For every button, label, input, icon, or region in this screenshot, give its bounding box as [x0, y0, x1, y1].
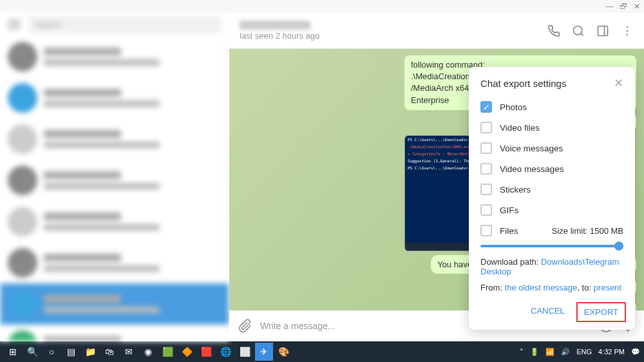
window-titlebar: — 🗗 ✕	[0, 0, 644, 13]
checkbox-icon	[480, 225, 492, 236]
checkbox-icon	[480, 163, 492, 175]
start-icon[interactable]: ⊞	[4, 343, 22, 361]
export-settings-modal: Chat export settings ✕ ✓Photos Video fil…	[469, 67, 635, 330]
size-limit-label: Size limit: 1500 MB	[552, 226, 623, 236]
telegram-icon[interactable]: ✈	[255, 343, 273, 361]
checkbox-files[interactable]: Files Size limit: 1500 MB	[469, 220, 635, 241]
minimize-icon[interactable]: —	[605, 2, 613, 11]
from-link[interactable]: the oldest message	[505, 283, 578, 292]
taskview-icon[interactable]: ▤	[62, 343, 80, 361]
checkbox-icon	[480, 142, 492, 154]
chat-list-item[interactable]	[0, 77, 229, 119]
svg-point-5	[627, 33, 629, 35]
attachment-icon[interactable]	[238, 319, 252, 333]
download-path-row: Download path: Downloads\Telegram Deskto…	[469, 254, 635, 280]
more-icon[interactable]	[621, 24, 634, 37]
checkbox-stickers[interactable]: Stickers	[469, 179, 635, 200]
checkbox-icon: ✓	[480, 101, 492, 113]
svg-point-3	[627, 26, 629, 28]
tray-chevron-icon[interactable]: ˄	[520, 348, 524, 356]
chat-list	[0, 36, 229, 341]
store-icon[interactable]: 🛍	[100, 343, 118, 361]
checkbox-gifs[interactable]: GIFs	[469, 200, 635, 220]
cortana-icon[interactable]: ○	[43, 343, 61, 361]
chat-header: last seen 2 hours ago	[229, 13, 644, 49]
app-icon[interactable]: 🟥	[197, 343, 215, 361]
chat-list-item[interactable]	[0, 36, 229, 77]
cancel-button[interactable]: CANCEL	[524, 302, 571, 322]
checkbox-photos[interactable]: ✓Photos	[469, 97, 635, 117]
close-icon[interactable]: ✕	[614, 76, 623, 90]
battery-icon[interactable]: 🔋	[530, 348, 539, 356]
wifi-icon[interactable]: 📶	[545, 348, 554, 356]
slider-thumb[interactable]	[614, 242, 623, 251]
paint-icon[interactable]: 🎨	[274, 343, 292, 361]
chat-title	[240, 21, 310, 30]
language-indicator[interactable]: ENG	[576, 348, 592, 356]
call-icon[interactable]	[547, 24, 560, 37]
chat-status: last seen 2 hours ago	[240, 31, 319, 41]
export-button[interactable]: EXPORT	[576, 302, 626, 322]
sidebar: Search	[0, 13, 229, 341]
date-range-row: From: the oldest message, to: present	[469, 280, 635, 296]
checkbox-icon	[480, 122, 492, 133]
sidebar-toggle-icon[interactable]	[596, 24, 609, 37]
chat-list-item[interactable]	[0, 160, 229, 201]
app-icon[interactable]: 🟩	[158, 343, 176, 361]
maximize-icon[interactable]: 🗗	[620, 2, 627, 11]
search-taskbar-icon[interactable]: 🔍	[23, 343, 41, 361]
chat-list-item[interactable]	[0, 119, 229, 160]
checkbox-video-files[interactable]: Video files	[469, 117, 635, 138]
chat-list-item[interactable]	[0, 201, 229, 242]
app-icon[interactable]: 🔶	[178, 343, 196, 361]
to-link[interactable]: present	[594, 283, 621, 292]
window-close-icon[interactable]: ✕	[634, 2, 640, 11]
checkbox-icon	[480, 204, 492, 216]
svg-point-4	[627, 30, 629, 32]
checkbox-video-messages[interactable]: Video messages	[469, 158, 635, 179]
mail-icon[interactable]: ✉	[120, 343, 138, 361]
volume-icon[interactable]: 🔊	[561, 348, 570, 356]
search-icon[interactable]	[572, 24, 585, 37]
chat-list-item[interactable]	[0, 283, 229, 325]
windows-taskbar: ⊞ 🔍 ○ ▤ 📁 🛍 ✉ ◉ 🟩 🔶 🟥 🌐 ⬜ ✈ 🎨 ˄ 🔋 📶 🔊 EN…	[0, 341, 644, 362]
chat-list-item[interactable]	[0, 242, 229, 283]
svg-rect-1	[598, 26, 608, 35]
chrome-icon[interactable]: ◉	[139, 343, 157, 361]
edge-icon[interactable]: 🌐	[216, 343, 234, 361]
search-input[interactable]: Search	[28, 15, 221, 33]
checkbox-voice-messages[interactable]: Voice messages	[469, 138, 635, 158]
chat-list-item[interactable]	[0, 325, 229, 341]
app-icon[interactable]: ⬜	[236, 343, 254, 361]
chat-panel: last seen 2 hours ago following command:…	[229, 13, 644, 341]
size-limit-slider[interactable]	[480, 245, 623, 247]
clock[interactable]: 4:32 PM	[598, 348, 625, 356]
menu-icon[interactable]	[8, 20, 21, 29]
notifications-icon[interactable]: 💬	[631, 348, 640, 356]
checkbox-icon	[480, 184, 492, 195]
modal-title: Chat export settings	[480, 78, 566, 89]
explorer-icon[interactable]: 📁	[81, 343, 99, 361]
svg-point-0	[574, 26, 582, 34]
